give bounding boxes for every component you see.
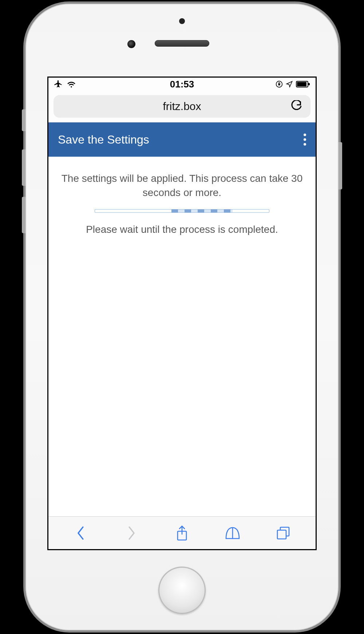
svg-rect-4	[308, 83, 310, 85]
share-button[interactable]	[174, 525, 190, 541]
page-header: Save the Settings	[48, 122, 316, 157]
apply-message: The settings will be applied. This proce…	[56, 171, 308, 200]
reload-icon[interactable]	[290, 100, 302, 113]
phone-top	[25, 4, 339, 77]
phone-frame: 01:53 fritz.box	[25, 4, 339, 630]
proximity-sensor	[179, 18, 185, 24]
svg-rect-1	[278, 84, 280, 85]
browser-url-bar-area: fritz.box	[48, 91, 316, 122]
volume-down-button[interactable]	[22, 197, 25, 233]
battery-icon	[296, 81, 310, 88]
volume-up-button[interactable]	[22, 149, 25, 186]
svg-rect-3	[297, 82, 306, 86]
status-time: 01:53	[139, 79, 225, 90]
page-content: The settings will be applied. This proce…	[48, 157, 316, 516]
back-button[interactable]	[73, 525, 89, 541]
home-area	[158, 550, 206, 630]
home-button[interactable]	[158, 567, 206, 614]
forward-button[interactable]	[123, 525, 139, 541]
wait-message: Please wait until the process is complet…	[56, 222, 308, 236]
power-button[interactable]	[339, 142, 342, 189]
bookmarks-button[interactable]	[225, 525, 241, 541]
more-menu-icon[interactable]	[304, 134, 306, 146]
orientation-lock-icon	[276, 81, 283, 88]
url-text: fritz.box	[163, 100, 201, 113]
page-title: Save the Settings	[58, 133, 149, 146]
earpiece-speaker	[155, 40, 209, 47]
location-icon	[286, 81, 293, 88]
front-camera	[127, 40, 135, 48]
svg-rect-7	[277, 530, 286, 539]
tabs-button[interactable]	[275, 525, 291, 541]
wifi-icon	[67, 80, 76, 88]
airplane-mode-icon	[54, 79, 63, 89]
progress-indicator	[171, 210, 232, 212]
url-field[interactable]: fritz.box	[54, 95, 310, 118]
mute-switch[interactable]	[22, 109, 25, 131]
status-bar: 01:53	[48, 78, 316, 91]
browser-toolbar	[48, 516, 316, 549]
screen: 01:53 fritz.box	[47, 77, 317, 550]
progress-bar	[95, 209, 269, 213]
